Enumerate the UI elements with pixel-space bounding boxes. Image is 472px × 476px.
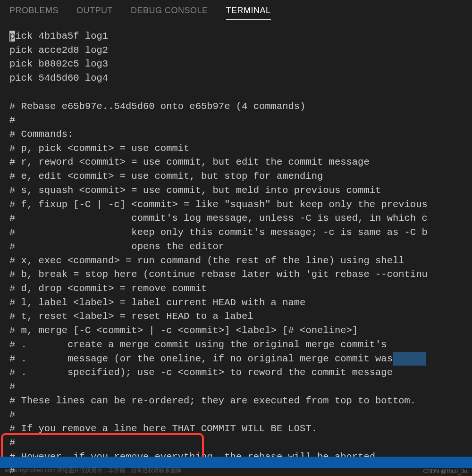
term-line: # s, squash <commit> = use commit, but m… — [9, 185, 381, 196]
tab-output[interactable]: OUTPUT — [76, 6, 113, 20]
term-line: # Rebase e65b97e..54d5d60 onto e65b97e (… — [9, 101, 305, 112]
term-line: # — [9, 381, 15, 392]
term-line: # These lines can be re-ordered; they ar… — [9, 395, 416, 406]
term-line: pick b8802c5 log3 — [9, 58, 108, 69]
term-line: # d, drop <commit> = remove commit — [9, 283, 207, 294]
term-line: # p, pick <commit> = use commit — [9, 143, 189, 154]
selection-highlight — [393, 352, 426, 366]
term-line: # r, reword <commit> = use commit, but e… — [9, 157, 370, 167]
term-line: # opens the editor — [9, 241, 224, 252]
term-line: # t, reset <label> = reset HEAD to a lab… — [9, 311, 253, 322]
term-line: # . specified); use -c <commit> to rewor… — [9, 367, 393, 378]
term-line: # . message (or the oneline, if no origi… — [9, 353, 393, 364]
term-line: pick 54d5d60 log4 — [9, 73, 108, 84]
watermark-right: CSDN @Rico_3o — [423, 468, 467, 475]
tab-problems[interactable]: PROBLEMS — [9, 6, 59, 20]
term-line: # l, label <label> = label current HEAD … — [9, 297, 305, 308]
term-line: ick 4b1ba5f log1 — [15, 31, 108, 42]
term-line: # f, fixup [-C | -c] <commit> = like "sq… — [9, 199, 428, 210]
term-line: # keep only this commit's message; -c is… — [9, 227, 428, 238]
term-line: # — [9, 409, 15, 420]
cursor: p — [9, 31, 15, 42]
term-line: pick acce2d8 log2 — [9, 45, 108, 56]
term-line: # e, edit <commit> = use commit, but sto… — [9, 171, 323, 182]
tab-terminal[interactable]: TERMINAL — [226, 6, 271, 20]
watermark-left: www.toymoban.com 网络图片仅供展示，非存储，如有侵权请联系删除 — [5, 467, 182, 475]
term-line: # — [9, 437, 15, 448]
tab-debug-console[interactable]: DEBUG CONSOLE — [131, 6, 208, 20]
terminal-output[interactable]: pick 4b1ba5f log1 pick acce2d8 log2 pick… — [0, 20, 472, 476]
term-line: # — [9, 115, 15, 125]
term-line: # If you remove a line here THAT COMMIT … — [9, 423, 317, 434]
term-line: # m, merge [-C <commit> | -c <commit>] <… — [9, 325, 358, 336]
term-line: # Commands: — [9, 129, 73, 140]
term-line: # commit's log message, unless -C is use… — [9, 213, 428, 224]
term-line: # b, break = stop here (continue rebase … — [9, 269, 428, 280]
term-line: # . create a merge commit using the orig… — [9, 339, 387, 350]
term-line: # x, exec <command> = run command (the r… — [9, 255, 405, 266]
panel-tabs: PROBLEMS OUTPUT DEBUG CONSOLE TERMINAL — [0, 0, 472, 20]
